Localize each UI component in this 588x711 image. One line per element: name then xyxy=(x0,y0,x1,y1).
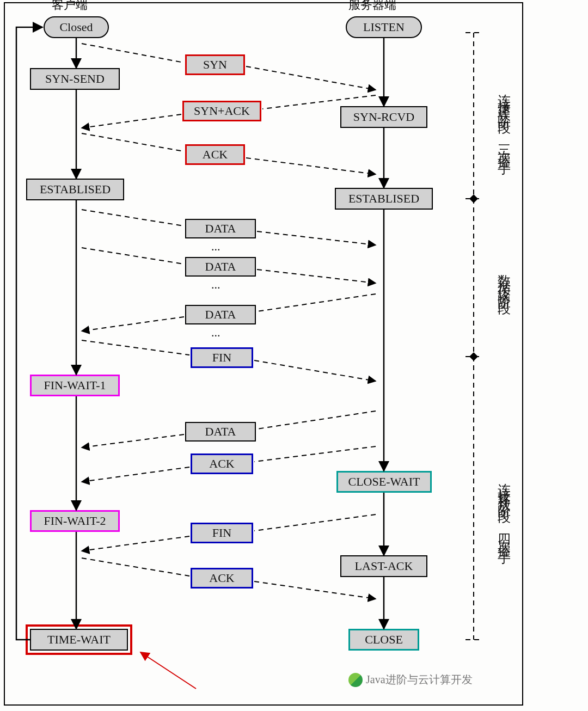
msg-syn-ack: SYN+ACK xyxy=(182,101,261,121)
svg-line-26 xyxy=(82,434,184,448)
msg-data-2: DATA xyxy=(185,257,256,277)
state-close: CLOSE xyxy=(348,629,419,651)
wechat-icon xyxy=(348,673,363,687)
svg-line-18 xyxy=(257,231,376,245)
msg-fin-2: FIN xyxy=(191,523,253,543)
svg-line-14 xyxy=(82,114,181,128)
msg-data-4: DATA xyxy=(185,422,256,442)
svg-line-31 xyxy=(82,558,189,576)
msg-syn: SYN xyxy=(185,54,245,75)
svg-line-12 xyxy=(246,66,376,90)
phase-establish: 连接建立阶段：三次握手 xyxy=(495,41,513,199)
svg-line-11 xyxy=(82,44,184,63)
header-server: 服务器端 xyxy=(348,0,396,13)
state-time-wait: TIME-WAIT xyxy=(30,629,128,651)
svg-line-30 xyxy=(82,536,189,551)
msg-ack-1: ACK xyxy=(185,144,245,165)
state-established-client: ESTABLISED xyxy=(26,179,124,200)
msg-data-3: DATA xyxy=(185,305,256,324)
state-fin-wait-2: FIN-WAIT-2 xyxy=(30,510,120,532)
state-close-wait: CLOSE-WAIT xyxy=(336,471,432,493)
ellipsis-3: ... xyxy=(211,326,220,340)
svg-line-17 xyxy=(82,210,184,226)
phase-release: 连接释放阶段：四次握手 xyxy=(495,392,513,626)
svg-line-28 xyxy=(82,467,189,482)
ellipsis-2: ... xyxy=(211,278,220,292)
watermark-text: Java进阶与云计算开发 xyxy=(366,672,473,687)
svg-line-42 xyxy=(140,652,196,689)
state-established-server: ESTABLISED xyxy=(335,188,433,210)
svg-line-32 xyxy=(254,581,376,599)
state-syn-send: SYN-SEND xyxy=(30,68,120,90)
phase-transfer: 数据传输阶段 xyxy=(495,218,513,343)
svg-line-24 xyxy=(254,360,376,381)
msg-fin-1: FIN xyxy=(191,347,253,368)
watermark: Java进阶与云计算开发 xyxy=(348,672,473,687)
state-syn-rcvd: SYN-RCVD xyxy=(340,106,427,128)
svg-marker-41 xyxy=(469,352,478,361)
svg-marker-40 xyxy=(469,194,478,203)
state-last-ack: LAST-ACK xyxy=(340,555,427,577)
svg-rect-0 xyxy=(4,3,523,705)
msg-ack-2: ACK xyxy=(191,453,253,474)
svg-line-16 xyxy=(246,158,376,174)
svg-line-29 xyxy=(254,514,376,531)
svg-line-20 xyxy=(257,269,376,283)
svg-line-21 xyxy=(257,294,376,311)
header-client: 客户端 xyxy=(52,0,88,13)
state-fin-wait-1: FIN-WAIT-1 xyxy=(30,375,120,396)
tcp-state-diagram: 客户端 服务器端 Closed SYN-SEND ESTABLISED FIN-… xyxy=(0,0,588,711)
svg-line-23 xyxy=(82,340,189,355)
state-listen: LISTEN xyxy=(346,16,422,38)
state-closed: Closed xyxy=(44,16,109,38)
svg-line-25 xyxy=(257,411,376,429)
svg-line-22 xyxy=(82,317,184,331)
msg-ack-3: ACK xyxy=(191,568,253,589)
svg-line-27 xyxy=(254,446,376,462)
svg-line-15 xyxy=(82,133,184,151)
msg-data-1: DATA xyxy=(185,219,256,238)
ellipsis-1: ... xyxy=(211,240,220,254)
svg-line-19 xyxy=(82,248,184,264)
